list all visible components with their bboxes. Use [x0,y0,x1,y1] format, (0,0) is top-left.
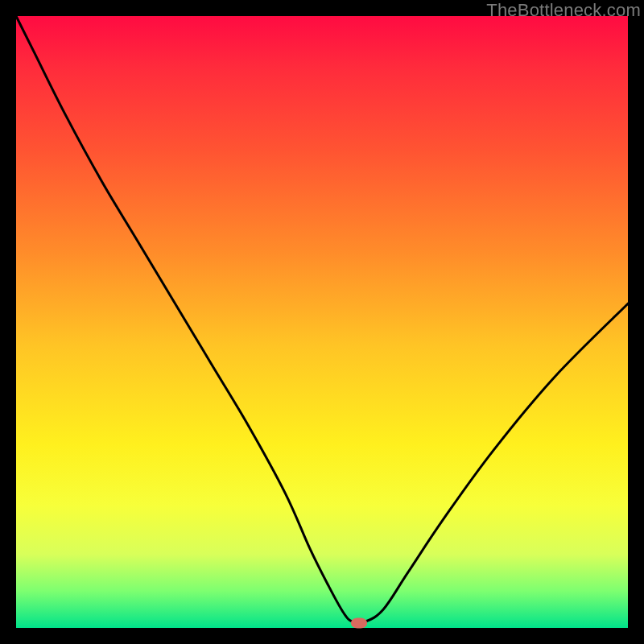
bottleneck-curve [16,16,628,623]
chart-frame: TheBottleneck.com [0,0,644,644]
curve-layer [16,16,628,628]
plot-area [16,16,628,628]
